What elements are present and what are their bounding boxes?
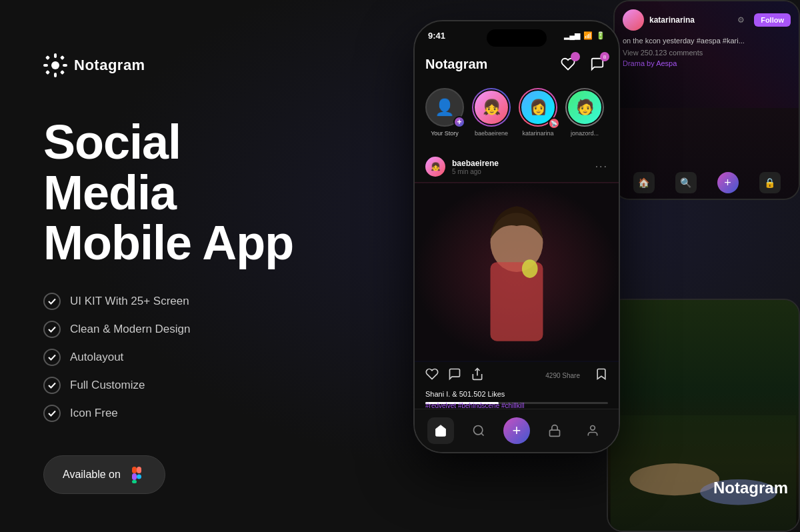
story-add-icon: + (453, 116, 465, 128)
brand-name: Notagram (74, 57, 145, 74)
feature-label-4: Full Customize (70, 379, 145, 392)
svg-point-13 (137, 474, 141, 479)
available-on-label: Available on (63, 469, 121, 481)
right-comments-count[interactable]: View 250.123 comments (623, 49, 791, 57)
main-heading: Social Media Mobile App (43, 117, 323, 269)
feed-post: 👧 baebaeirene 5 min ago ··· (415, 151, 619, 423)
bottom-right-app-name: Notagram (713, 479, 788, 497)
comment-button[interactable] (448, 367, 461, 383)
bottom-right-content: 9:41 ▂▄▆ ▲ ▮▮▮ Notagra (608, 300, 799, 531)
svg-rect-12 (132, 480, 137, 483)
story-name-3: katarinarina (522, 130, 553, 137)
right-post-username: katarinarina (649, 15, 732, 25)
phone-screen: 9:41 ▂▄▆ 📶 🔋 Notagram (415, 21, 619, 452)
post-time: 5 min ago (452, 168, 589, 175)
feature-label-5: Icon Free (70, 407, 118, 420)
story-name-4: jonazord... (571, 130, 599, 137)
top-right-card: katarinarina ⚙ Follow on the kcon yester… (613, 0, 800, 200)
check-icon-1 (43, 293, 61, 310)
story-name-2: baebaeirene (475, 130, 508, 137)
svg-rect-10 (137, 467, 141, 473)
right-post-header: katarinarina ⚙ Follow (623, 9, 791, 31)
post-actions: 4290 Share (415, 362, 619, 389)
features-list: UI KIT With 25+ Screen Clean & Modern De… (43, 293, 323, 422)
your-story-avatar: 👤 + (425, 88, 464, 127)
post-more-button[interactable]: ··· (595, 161, 608, 173)
right-post-subtitle: Drama by Aespa (623, 59, 791, 67)
story-item-2[interactable]: 👧 baebaeirene (472, 88, 511, 137)
share-button[interactable] (471, 367, 484, 383)
heart-badge (571, 52, 580, 61)
logo-area: Notagram (43, 53, 323, 77)
share-count: 4290 Share (545, 372, 580, 379)
status-time: 9:41 (428, 31, 445, 41)
svg-rect-5 (45, 55, 50, 60)
post-header: 👧 baebaeirene 5 min ago ··· (415, 151, 619, 182)
svg-rect-11 (132, 473, 137, 480)
story-avatar-4: 🧑 (567, 89, 603, 125)
right-nav-search[interactable]: 🔍 (675, 172, 697, 193)
your-story-item[interactable]: 👤 + Your Story (425, 88, 464, 137)
svg-point-17 (522, 259, 538, 278)
header-icons: 8 (557, 53, 608, 75)
follow-button[interactable]: Follow (754, 13, 791, 27)
live-badge: 📡 (548, 117, 560, 129)
post-user-avatar[interactable]: 👧 (425, 157, 445, 177)
right-bottom-nav: 🏠 🔍 + 🔒 (615, 172, 799, 193)
post-username: baebaeirene (452, 159, 589, 168)
feature-item-1: UI KIT With 25+ Screen (43, 293, 323, 310)
status-icons: ▂▄▆ 📶 🔋 (564, 31, 605, 40)
check-icon-4 (43, 377, 61, 394)
story-item-4[interactable]: 🧑 jonazord... (565, 88, 604, 137)
right-post-caption: on the kcon yesterday #aespa #kari... (623, 36, 791, 46)
check-icon-2 (43, 321, 61, 338)
like-button[interactable] (425, 367, 439, 383)
heart-button[interactable] (557, 53, 579, 75)
svg-rect-21 (550, 430, 560, 436)
stories-row: 👤 + Your Story 👧 baebaeirene (415, 83, 619, 142)
save-button[interactable] (595, 367, 608, 383)
gear-icon: ⚙ (737, 15, 745, 25)
main-phone: 9:41 ▂▄▆ 📶 🔋 Notagram (413, 20, 620, 453)
svg-rect-4 (63, 64, 67, 67)
feature-item-3: Autolayout (43, 349, 323, 366)
post-image (415, 182, 619, 362)
svg-rect-8 (60, 70, 65, 75)
story-item-3[interactable]: 👩 📡 katarinarina (519, 88, 557, 137)
your-story-label: Your Story (431, 130, 459, 137)
logo-icon (43, 53, 67, 77)
svg-line-20 (481, 433, 484, 436)
feature-label-1: UI KIT With 25+ Screen (70, 295, 189, 308)
message-badge: 8 (600, 52, 609, 61)
right-nav-home[interactable]: 🏠 (633, 172, 655, 193)
svg-rect-9 (132, 467, 137, 473)
feature-label-2: Clean & Modern Design (70, 323, 190, 336)
nav-add-button[interactable]: + (503, 417, 530, 444)
available-on-button[interactable]: Available on (43, 455, 165, 494)
feature-item-5: Icon Free (43, 405, 323, 422)
svg-point-0 (51, 61, 59, 69)
signal-icon: ▂▄▆ (564, 31, 580, 40)
svg-rect-2 (54, 73, 57, 77)
check-icon-5 (43, 405, 61, 422)
message-button[interactable]: 8 (587, 53, 608, 75)
right-post-avatar (623, 9, 644, 31)
phones-area: katarinarina ⚙ Follow on the kcon yester… (333, 0, 800, 532)
dynamic-island (487, 29, 547, 47)
right-nav-add-button[interactable]: + (717, 172, 739, 193)
app-header: Notagram 8 (425, 53, 608, 75)
check-icon-3 (43, 349, 61, 366)
post-likes: Shani I. & 501.502 Likes (415, 389, 619, 401)
app-title: Notagram (425, 57, 487, 72)
svg-rect-6 (60, 55, 65, 60)
nav-search-button[interactable] (465, 417, 492, 444)
svg-rect-3 (43, 64, 48, 67)
nav-lock-button[interactable] (541, 417, 568, 444)
svg-rect-1 (54, 53, 57, 58)
nav-profile-button[interactable] (579, 417, 606, 444)
story-avatar-2: 👧 (473, 89, 509, 125)
right-nav-lock[interactable]: 🔒 (759, 172, 781, 193)
nav-home-button[interactable] (427, 417, 454, 444)
bottom-right-figure-svg (608, 415, 799, 531)
wifi-icon: 📶 (583, 31, 593, 40)
